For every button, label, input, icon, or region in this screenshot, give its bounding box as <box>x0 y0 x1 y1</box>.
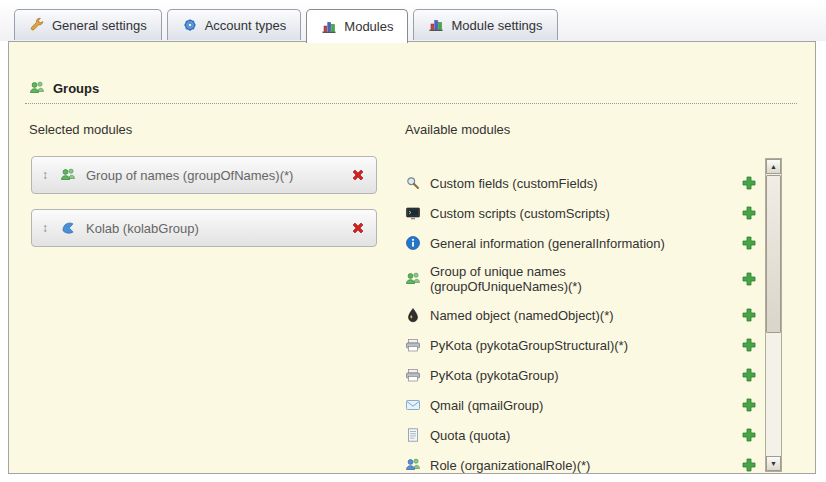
available-modules-scrollbar[interactable]: ▲ ▼ <box>765 158 782 472</box>
available-modules-list: Custom fields (customFields) Custom scri… <box>405 168 757 474</box>
available-module-label: General information (generalInformation) <box>430 236 665 251</box>
tab-module-settings[interactable]: Module settings <box>413 9 557 40</box>
tab-label: Module settings <box>451 18 542 33</box>
group-icon <box>405 271 421 287</box>
add-module-button[interactable] <box>741 337 757 353</box>
available-module-label: Custom fields (customFields) <box>430 176 598 191</box>
tab-modules[interactable]: Modules <box>306 9 408 43</box>
available-module-label: Custom scripts (customScripts) <box>430 206 610 221</box>
available-module-row: Custom scripts (customScripts) <box>405 198 757 228</box>
wrench-icon <box>29 17 45 33</box>
tab-bar: General settings Account types Modules M… <box>14 9 558 43</box>
available-module-row: General information (generalInformation) <box>405 228 757 258</box>
available-module-label: Role (organizationalRole)(*) <box>430 458 590 473</box>
group-icon <box>60 167 76 183</box>
mail-icon <box>405 397 421 413</box>
kolab-icon <box>60 220 76 236</box>
modules-panel: Groups Selected modules Available module… <box>8 41 816 474</box>
tab-label: Account types <box>205 18 287 33</box>
available-module-label: PyKota (pykotaGroupStructural)(*) <box>430 338 628 353</box>
tab-label: General settings <box>52 18 147 33</box>
available-module-label: Group of unique names (groupOfUniqueName… <box>430 264 680 294</box>
scroll-down-icon: ▼ <box>770 460 777 467</box>
available-module-row: PyKota (pykotaGroupStructural)(*) <box>405 330 757 360</box>
chart-icon <box>321 19 337 35</box>
remove-module-button[interactable] <box>350 220 366 236</box>
drag-handle-icon[interactable]: ↕ <box>40 221 50 235</box>
custom-fields-icon <box>405 175 421 191</box>
section-header: Groups <box>29 80 99 96</box>
scroll-up-icon: ▲ <box>770 163 777 170</box>
selected-modules-list: ↕ Group of names (groupOfNames)(*) ↕ Kol… <box>31 156 377 247</box>
section-divider <box>25 103 797 104</box>
add-module-button[interactable] <box>741 427 757 443</box>
add-module-button[interactable] <box>741 235 757 251</box>
remove-module-button[interactable] <box>350 167 366 183</box>
tab-label: Modules <box>344 19 393 34</box>
add-module-button[interactable] <box>741 457 757 473</box>
section-title: Groups <box>53 81 99 96</box>
add-module-button[interactable] <box>741 307 757 323</box>
add-module-button[interactable] <box>741 367 757 383</box>
printer-icon <box>405 367 421 383</box>
scrollbar-thumb[interactable] <box>766 175 781 333</box>
available-module-row: Quota (quota) <box>405 420 757 450</box>
selected-module-label: Group of names (groupOfNames)(*) <box>86 168 293 183</box>
printer-icon <box>405 337 421 353</box>
selected-module-row: ↕ Kolab (kolabGroup) <box>31 209 377 247</box>
add-module-button[interactable] <box>741 205 757 221</box>
available-module-label: Qmail (qmailGroup) <box>430 398 543 413</box>
gear-icon <box>182 17 198 33</box>
available-module-row: Qmail (qmailGroup) <box>405 390 757 420</box>
chart-icon <box>428 17 444 33</box>
groups-icon <box>29 80 45 96</box>
selected-module-row: ↕ Group of names (groupOfNames)(*) <box>31 156 377 194</box>
info-icon <box>405 235 421 251</box>
available-module-label: Named object (namedObject)(*) <box>430 308 614 323</box>
selected-modules-heading: Selected modules <box>29 122 132 137</box>
scroll-up-button[interactable]: ▲ <box>766 159 781 174</box>
available-module-row: Named object (namedObject)(*) <box>405 300 757 330</box>
available-module-row: PyKota (pykotaGroup) <box>405 360 757 390</box>
add-module-button[interactable] <box>741 271 757 287</box>
tab-general-settings[interactable]: General settings <box>14 9 162 40</box>
available-module-row: Role (organizationalRole)(*) <box>405 450 757 474</box>
scroll-down-button[interactable]: ▼ <box>766 456 781 471</box>
custom-scripts-icon <box>405 205 421 221</box>
tab-account-types[interactable]: Account types <box>167 9 302 40</box>
role-icon <box>405 457 421 473</box>
available-modules-heading: Available modules <box>405 122 510 137</box>
selected-module-label: Kolab (kolabGroup) <box>86 221 199 236</box>
available-module-row: Group of unique names (groupOfUniqueName… <box>405 258 757 300</box>
add-module-button[interactable] <box>741 397 757 413</box>
available-module-row: Custom fields (customFields) <box>405 168 757 198</box>
lam-configuration-page: General settings Account types Modules M… <box>0 0 826 482</box>
named-object-icon <box>405 307 421 323</box>
quota-icon <box>405 427 421 443</box>
available-module-label: PyKota (pykotaGroup) <box>430 368 559 383</box>
add-module-button[interactable] <box>741 175 757 191</box>
drag-handle-icon[interactable]: ↕ <box>40 168 50 182</box>
available-module-label: Quota (quota) <box>430 428 510 443</box>
